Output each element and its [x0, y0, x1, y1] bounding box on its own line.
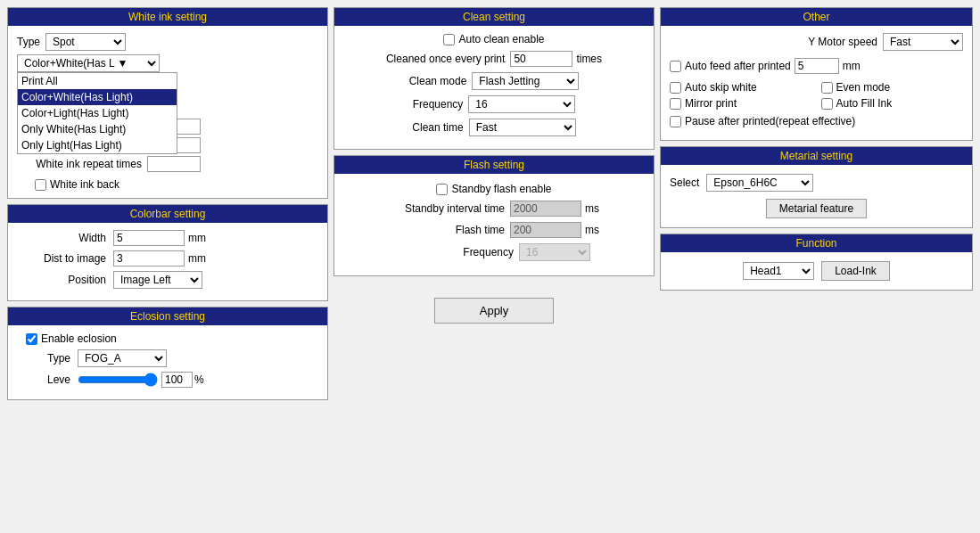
flash-time-unit: ms: [585, 224, 599, 236]
clean-frequency-select[interactable]: 16 8 32: [468, 95, 575, 113]
cleaned-once-input[interactable]: [510, 51, 572, 67]
auto-feed-unit: mm: [843, 60, 861, 72]
dropdown-item-color-light[interactable]: Color+Light(Has Light): [18, 105, 177, 121]
mirror-print-option: Mirror print: [670, 97, 812, 110]
auto-feed-checkbox[interactable]: [670, 61, 681, 72]
flash-header: Flash setting: [334, 156, 654, 174]
even-mode-option: Even mode: [821, 81, 964, 94]
eclosion-enable-checkbox[interactable]: [26, 333, 37, 345]
white-ink-back-label: White ink back: [50, 178, 119, 191]
y-motor-select[interactable]: Fast Normal Slow: [883, 33, 963, 51]
cleaned-once-label: Cleaned once every print: [386, 53, 505, 65]
type-label: Type: [17, 36, 40, 48]
white-ink-back-checkbox[interactable]: [35, 179, 46, 191]
load-ink-button[interactable]: Load-Ink: [821, 261, 890, 281]
auto-fill-ink-checkbox[interactable]: [821, 98, 833, 110]
other-header: Other: [661, 8, 972, 26]
material-header: Metarial setting: [661, 147, 972, 165]
dropdown-item-color-white[interactable]: Color+White(Has Light): [18, 89, 177, 105]
standby-flash-label: Standby flash enable: [451, 183, 551, 195]
standby-interval-label: Standby interval time: [389, 202, 505, 215]
material-select-label: Select: [670, 176, 699, 189]
channel-dropdown-container: Color+White(Has L ▼ Print All Color+Whit…: [17, 54, 318, 74]
colorbar-position-select[interactable]: Image Left Image Right Both: [113, 271, 202, 289]
auto-clean-label: Auto clean enable: [458, 33, 544, 45]
mirror-print-label: Mirror print: [685, 97, 737, 110]
colorbar-header: Colorbar setting: [8, 205, 327, 223]
eclosion-panel: Eclosion setting Enable eclosion Type FO…: [7, 307, 328, 400]
eclosion-level-input[interactable]: [161, 372, 193, 388]
even-mode-checkbox[interactable]: [821, 82, 833, 94]
apply-container: Apply: [334, 291, 655, 331]
white-ink-repeat-input[interactable]: [147, 156, 201, 172]
dropdown-item-only-white[interactable]: Only White(Has Light): [18, 121, 177, 137]
clean-time-select[interactable]: Fast Normal Slow: [469, 119, 576, 136]
channel-select[interactable]: Color+White(Has L ▼: [17, 54, 160, 72]
dropdown-item-only-light[interactable]: Only Light(Has Light): [18, 137, 177, 153]
dropdown-item-print-all[interactable]: Print All: [18, 73, 177, 89]
colorbar-width-input[interactable]: [113, 230, 185, 246]
material-panel: Metarial setting Select Epson_6H6C Other…: [660, 146, 973, 228]
auto-skip-white-checkbox[interactable]: [670, 82, 681, 94]
standby-interval-input[interactable]: [510, 201, 581, 217]
material-feature-button[interactable]: Metarial feature: [766, 199, 867, 218]
standby-interval-unit: ms: [585, 202, 599, 215]
clean-mode-label: Clean mode: [409, 75, 467, 87]
clean-time-label: Clean time: [412, 121, 463, 134]
y-motor-label: Y Motor speed: [808, 36, 877, 48]
other-panel: Other Y Motor speed Fast Normal Slow Aut…: [660, 7, 973, 141]
auto-skip-white-option: Auto skip white: [670, 81, 812, 94]
standby-flash-checkbox[interactable]: [436, 184, 448, 195]
colorbar-width-label: Width: [26, 232, 106, 244]
mirror-print-checkbox[interactable]: [670, 98, 681, 110]
auto-clean-checkbox[interactable]: [443, 34, 455, 45]
flash-frequency-label: Frequency: [398, 246, 514, 258]
type-select[interactable]: Spot: [45, 33, 126, 51]
flash-time-label: Flash time: [389, 224, 505, 236]
auto-feed-input[interactable]: [795, 58, 839, 74]
colorbar-position-label: Position: [26, 274, 106, 286]
colorbar-dist-unit: mm: [188, 252, 206, 265]
pause-after-checkbox[interactable]: [670, 116, 681, 127]
clean-panel: Clean setting Auto clean enable Cleaned …: [334, 7, 655, 150]
material-select[interactable]: Epson_6H6C Other: [706, 174, 813, 192]
auto-fill-ink-label: Auto Fill Ink: [836, 97, 893, 110]
flash-time-input[interactable]: [510, 222, 581, 238]
function-header: Function: [661, 234, 972, 252]
eclosion-level-slider[interactable]: [78, 373, 158, 387]
clean-header: Clean setting: [334, 8, 654, 26]
auto-feed-label: Auto feed after printed: [685, 60, 791, 72]
white-ink-repeat-label: White ink repeat times: [17, 158, 142, 170]
eclosion-level-unit: %: [194, 373, 204, 386]
even-mode-label: Even mode: [836, 81, 891, 94]
eclosion-type-label: Type: [26, 352, 70, 365]
auto-fill-ink-option: Auto Fill Ink: [821, 97, 964, 110]
flash-panel: Flash setting Standby flash enable Stand…: [334, 155, 655, 276]
times-label: times: [576, 53, 602, 65]
colorbar-panel: Colorbar setting Width mm Dist to image …: [7, 204, 328, 301]
colorbar-dist-label: Dist to image: [26, 252, 106, 265]
eclosion-type-select[interactable]: FOG_A FOG_B: [78, 349, 167, 367]
flash-frequency-select[interactable]: 16 8 32: [519, 243, 590, 261]
white-ink-header: White ink setting: [8, 8, 327, 26]
clean-frequency-label: Frequency: [413, 98, 464, 111]
colorbar-dist-input[interactable]: [113, 250, 185, 266]
eclosion-header: Eclosion setting: [8, 308, 327, 325]
function-head-select[interactable]: Head1 Head2: [743, 262, 814, 280]
eclosion-level-label: Leve: [26, 373, 70, 386]
function-panel: Function Head1 Head2 Load-Ink: [660, 234, 973, 291]
white-ink-panel: White ink setting Type Spot Color+White(…: [7, 7, 328, 199]
apply-button[interactable]: Apply: [434, 298, 555, 324]
colorbar-width-unit: mm: [188, 232, 206, 244]
auto-skip-white-label: Auto skip white: [685, 81, 757, 94]
dropdown-list: Print All Color+White(Has Light) Color+L…: [17, 72, 177, 154]
clean-mode-select[interactable]: Flash Jetting Normal Deep: [472, 72, 579, 90]
eclosion-enable-label: Enable eclosion: [41, 332, 117, 345]
pause-after-label: Pause after printed(repeat effective): [685, 115, 855, 127]
